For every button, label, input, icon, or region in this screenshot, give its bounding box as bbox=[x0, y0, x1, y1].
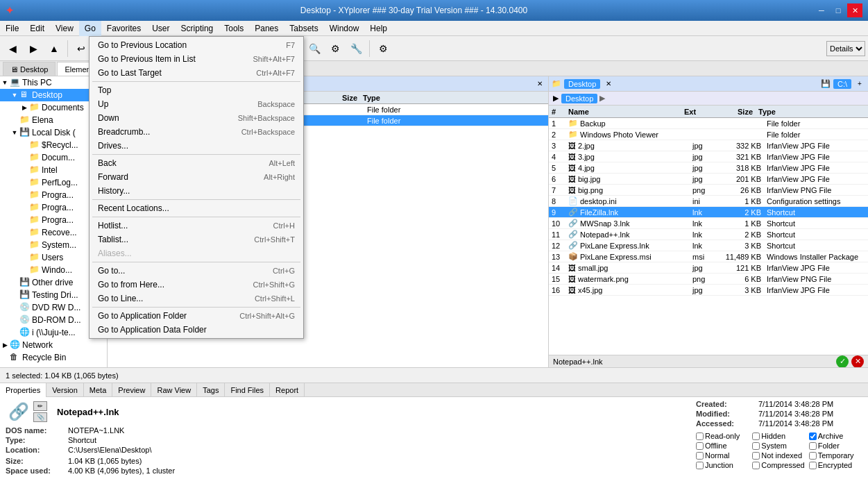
rp-row-pixlane-msi[interactable]: 13 📦 PixLane Express.msi msi 11,489 KB W… bbox=[549, 251, 868, 262]
menu-view[interactable]: View bbox=[50, 21, 79, 36]
rp-row-2jpg[interactable]: 3 🖼 2.jpg jpg 332 KB IrfanView JPG File bbox=[549, 140, 868, 151]
cb-compressed-input[interactable] bbox=[752, 462, 760, 469]
col-type-header[interactable]: Type bbox=[360, 94, 540, 102]
cb-readonly-input[interactable] bbox=[696, 432, 704, 440]
go-menu-item-app-data-folder[interactable]: Go to Application Data Folder bbox=[90, 323, 303, 337]
menu-go[interactable]: Go bbox=[79, 21, 101, 36]
menu-tools[interactable]: Tools bbox=[219, 21, 249, 36]
go-menu-item-goto[interactable]: Go to... Ctrl+G bbox=[90, 264, 303, 278]
cb-temporary[interactable]: Temporary bbox=[809, 451, 862, 460]
rp-row-backup[interactable]: 1 📁 Backup File folder bbox=[549, 118, 868, 129]
col-size-rp-header[interactable]: Size bbox=[714, 108, 756, 116]
view-selector[interactable]: Details bbox=[826, 41, 865, 56]
go-menu-item-up[interactable]: Up Backspace bbox=[90, 97, 303, 111]
cb-system-input[interactable] bbox=[752, 442, 760, 450]
go-menu-item-goto-line[interactable]: Go to Line... Ctrl+Shift+L bbox=[90, 292, 303, 305]
menu-file[interactable]: File bbox=[0, 21, 24, 36]
cb-encrypted[interactable]: Encrypted bbox=[809, 461, 862, 469]
tab-properties[interactable]: Properties bbox=[0, 383, 46, 397]
cb-folder[interactable]: Folder bbox=[809, 442, 862, 450]
breadcrumb-desktop[interactable]: Desktop bbox=[561, 94, 597, 103]
col-type-rp-header[interactable]: Type bbox=[756, 108, 860, 116]
cb-hidden[interactable]: Hidden bbox=[752, 432, 806, 440]
tab-meta[interactable]: Meta bbox=[84, 383, 112, 397]
rp-row-notepad[interactable]: 11 🔗 Notepad++.lnk lnk 2 KB Shortcut bbox=[549, 229, 868, 240]
cb-junction-input[interactable] bbox=[696, 462, 704, 469]
cb-hidden-input[interactable] bbox=[752, 432, 760, 440]
go-menu-item-drives[interactable]: Drives... bbox=[90, 139, 303, 153]
go-menu-item-app-folder[interactable]: Go to Application Folder Ctrl+Shift+Alt+… bbox=[90, 309, 303, 323]
menu-favorites[interactable]: Favorites bbox=[101, 21, 146, 36]
col-num-header[interactable]: # bbox=[549, 108, 565, 116]
back-button[interactable]: ◀ bbox=[3, 39, 22, 58]
tab-version[interactable]: Version bbox=[46, 383, 84, 397]
menu-tabsets[interactable]: Tabsets bbox=[284, 21, 323, 36]
cb-not-indexed-input[interactable] bbox=[752, 452, 760, 460]
cb-folder-input[interactable] bbox=[809, 442, 817, 450]
cb-compressed[interactable]: Compressed bbox=[752, 461, 806, 469]
menu-edit[interactable]: Edit bbox=[24, 21, 50, 36]
menu-user[interactable]: User bbox=[146, 21, 175, 36]
go-menu-item-forward[interactable]: Forward Alt+Right bbox=[90, 170, 303, 184]
cb-offline-input[interactable] bbox=[696, 442, 704, 450]
cb-normal[interactable]: Normal bbox=[696, 451, 749, 460]
rp-row-mwsnap[interactable]: 10 🔗 MWSnap 3.lnk lnk 1 KB Shortcut bbox=[549, 218, 868, 229]
maximize-button[interactable]: □ bbox=[831, 3, 846, 17]
cb-system[interactable]: System bbox=[752, 442, 806, 450]
menu-help[interactable]: Help bbox=[364, 21, 393, 36]
minimize-button[interactable]: ─ bbox=[814, 3, 829, 17]
close-button[interactable]: ✕ bbox=[847, 3, 862, 17]
cb-archive[interactable]: Archive bbox=[809, 432, 862, 440]
left-panel-close[interactable]: ✕ bbox=[534, 78, 545, 90]
menu-scripting[interactable]: Scripting bbox=[176, 21, 219, 36]
menu-window[interactable]: Window bbox=[324, 21, 365, 36]
right-panel-add[interactable]: + bbox=[854, 78, 865, 90]
go-menu-item-prev-location[interactable]: Go to Previous Location F7 bbox=[90, 38, 303, 52]
detail-action-1[interactable]: ✏ bbox=[33, 401, 47, 411]
go-menu-item-history[interactable]: History... bbox=[90, 184, 303, 198]
rp-row-desktopini[interactable]: 8 📄 desktop.ini ini 1 KB Configuration s… bbox=[549, 196, 868, 207]
tools-button-1[interactable]: ⚙ bbox=[325, 39, 345, 58]
go-menu-item-last-target[interactable]: Go to Last Target Ctrl+Alt+F7 bbox=[90, 66, 303, 80]
tab-desktop[interactable]: 🖥 Desktop - XYplorer ### 30-day Trial Ve… bbox=[3, 62, 56, 76]
cb-encrypted-input[interactable] bbox=[809, 462, 817, 469]
tab-find-files[interactable]: Find Files bbox=[225, 383, 270, 397]
cb-archive-input[interactable] bbox=[809, 432, 817, 440]
rp-row-3jpg[interactable]: 4 🖼 3.jpg jpg 321 KB IrfanView JPG File bbox=[549, 151, 868, 162]
rp-row-bigjpg[interactable]: 6 🖼 big.jpg jpg 201 KB IrfanView JPG Fil… bbox=[549, 174, 868, 185]
tab-report[interactable]: Report bbox=[270, 383, 305, 397]
sidebar-item-recycle-bin[interactable]: 🗑 Recycle Bin bbox=[0, 351, 107, 364]
go-menu-item-back[interactable]: Back Alt+Left bbox=[90, 156, 303, 170]
rp-row-bigpng[interactable]: 7 🖼 big.png png 26 KB IrfanView PNG File bbox=[549, 185, 868, 196]
menu-panes[interactable]: Panes bbox=[249, 21, 284, 36]
rp-row-watermark[interactable]: 15 🖼 watermark.png png 6 KB IrfanView PN… bbox=[549, 274, 868, 285]
rp-row-x45[interactable]: 16 🖼 x45.jpg jpg 3 KB IrfanView JPG File bbox=[549, 285, 868, 296]
search-button[interactable]: 🔍 bbox=[305, 39, 324, 58]
cb-normal-input[interactable] bbox=[696, 452, 704, 460]
rp-row-4jpg[interactable]: 5 🖼 4.jpg jpg 318 KB IrfanView JPG File bbox=[549, 162, 868, 174]
go-menu-item-recent[interactable]: Recent Locations... bbox=[90, 201, 303, 215]
rp-row-filezilla[interactable]: 9 🔗 FileZilla.lnk lnk 2 KB Shortcut bbox=[549, 207, 868, 218]
go-menu-item-goto-from-here[interactable]: Go to from Here... Ctrl+Shift+G bbox=[90, 278, 303, 292]
cb-temporary-input[interactable] bbox=[809, 452, 817, 460]
col-size-header[interactable]: Size bbox=[315, 94, 360, 102]
go-menu-item-aliases[interactable]: Aliases... bbox=[90, 246, 303, 260]
col-ext-rp-header[interactable]: Ext bbox=[683, 108, 714, 116]
rp-row-wpv[interactable]: 2 📁 Windows Photo Viewer File folder bbox=[549, 129, 868, 140]
go-menu-item-hotlist[interactable]: Hotlist... Ctrl+H bbox=[90, 219, 303, 233]
cb-not-indexed[interactable]: Not indexed bbox=[752, 451, 806, 460]
rp-status-cancel[interactable]: ✕ bbox=[851, 355, 864, 368]
settings-button[interactable]: ⚙ bbox=[373, 39, 393, 58]
tab-tags[interactable]: Tags bbox=[197, 383, 225, 397]
cb-readonly[interactable]: Read-only bbox=[696, 432, 749, 440]
sidebar-item-network[interactable]: ▶ 🌐 Network bbox=[0, 339, 107, 351]
undo-button[interactable]: ↩ bbox=[71, 39, 91, 58]
detail-action-2[interactable]: 📎 bbox=[33, 412, 47, 422]
go-menu-item-prev-item[interactable]: Go to Previous Item in List Shift+Alt+F7 bbox=[90, 52, 303, 66]
go-menu-item-tablist[interactable]: Tablist... Ctrl+Shift+T bbox=[90, 233, 303, 246]
tab-preview[interactable]: Preview bbox=[112, 383, 151, 397]
rp-row-smalljpg[interactable]: 14 🖼 small.jpg jpg 121 KB IrfanView JPG … bbox=[549, 262, 868, 274]
go-menu-item-breadcrumb[interactable]: Breadcrumb... Ctrl+Backspace bbox=[90, 125, 303, 139]
go-menu-item-down[interactable]: Down Shift+Backspace bbox=[90, 111, 303, 125]
tools-button-2[interactable]: 🔧 bbox=[346, 39, 366, 58]
